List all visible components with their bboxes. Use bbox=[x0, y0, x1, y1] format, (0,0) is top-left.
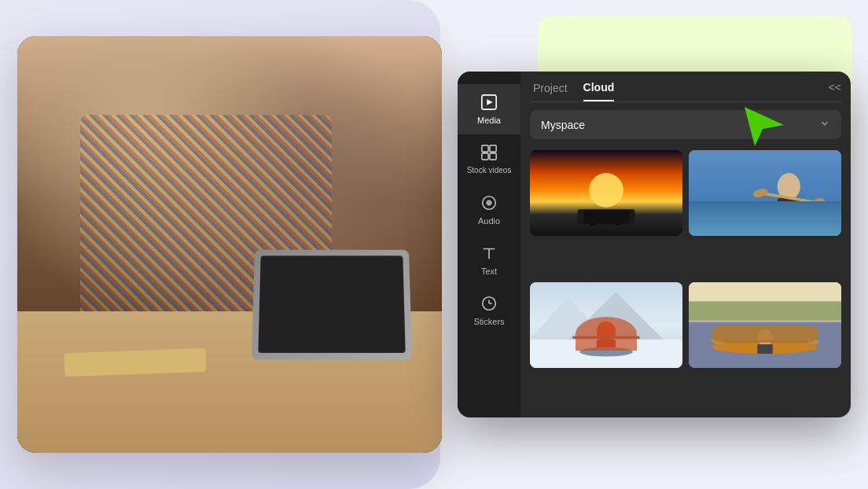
tab-cloud[interactable]: Cloud bbox=[583, 81, 615, 101]
editor-panel: Media Stock videos bbox=[458, 72, 851, 417]
media-thumb-3[interactable] bbox=[530, 282, 682, 368]
svg-point-9 bbox=[488, 202, 490, 204]
cloud-service-dropdown[interactable]: Myspace bbox=[530, 110, 841, 139]
svg-point-42 bbox=[757, 329, 772, 346]
sidebar-item-media-label: Media bbox=[477, 116, 501, 125]
svg-rect-39 bbox=[689, 301, 841, 320]
main-content: Project Cloud << Myspace bbox=[520, 72, 851, 417]
sidebar-item-stock-label: Stock videos bbox=[467, 166, 512, 175]
svg-rect-24 bbox=[778, 198, 800, 217]
svg-rect-6 bbox=[490, 153, 496, 160]
svg-rect-22 bbox=[689, 203, 841, 236]
sidebar-item-media[interactable]: Media bbox=[458, 84, 520, 134]
text-icon bbox=[480, 244, 498, 263]
media-thumb-2[interactable] bbox=[689, 150, 841, 236]
svg-rect-17 bbox=[578, 209, 635, 224]
sidebar-item-text-label: Text bbox=[481, 267, 497, 276]
svg-rect-5 bbox=[482, 153, 488, 160]
sidebar: Media Stock videos bbox=[458, 72, 520, 417]
play-square-icon bbox=[480, 94, 498, 112]
collapse-button[interactable]: << bbox=[829, 81, 841, 94]
sidebar-item-stickers-label: Stickers bbox=[473, 317, 504, 326]
svg-marker-2 bbox=[487, 99, 492, 105]
laptop-screen bbox=[258, 256, 405, 353]
media-thumb-1[interactable] bbox=[530, 150, 682, 236]
svg-point-20 bbox=[615, 220, 620, 226]
content-wrapper: Media Stock videos bbox=[17, 17, 851, 472]
chevron-down-icon bbox=[819, 118, 830, 131]
tab-separator bbox=[530, 101, 841, 102]
film-grid-icon bbox=[480, 144, 498, 163]
svg-point-33 bbox=[597, 322, 616, 343]
svg-point-28 bbox=[751, 208, 827, 222]
sidebar-item-text[interactable]: Text bbox=[458, 235, 520, 285]
notebook bbox=[64, 348, 207, 377]
svg-rect-43 bbox=[757, 344, 772, 354]
sidebar-item-audio-label: Audio bbox=[478, 216, 500, 226]
dropdown-value: Myspace bbox=[541, 119, 585, 131]
tab-project[interactable]: Project bbox=[533, 82, 568, 101]
svg-rect-4 bbox=[490, 145, 496, 152]
music-note-icon bbox=[480, 194, 498, 213]
svg-rect-3 bbox=[482, 145, 488, 152]
photo-card bbox=[17, 36, 442, 453]
sidebar-item-stickers[interactable]: Stickers bbox=[458, 285, 520, 336]
sidebar-item-stock-videos[interactable]: Stock videos bbox=[458, 134, 520, 185]
clock-icon bbox=[480, 295, 498, 314]
svg-marker-0 bbox=[745, 107, 784, 146]
sidebar-item-audio[interactable]: Audio bbox=[458, 185, 520, 235]
cursor-arrow bbox=[741, 103, 788, 149]
svg-point-16 bbox=[589, 173, 623, 208]
svg-point-35 bbox=[579, 347, 633, 356]
svg-rect-18 bbox=[587, 213, 626, 222]
media-thumb-4[interactable] bbox=[689, 282, 841, 368]
photo-bg bbox=[17, 36, 442, 453]
tabs-bar: Project Cloud << bbox=[520, 72, 851, 101]
laptop bbox=[252, 250, 412, 360]
media-grid bbox=[520, 147, 851, 417]
svg-point-19 bbox=[590, 220, 595, 226]
